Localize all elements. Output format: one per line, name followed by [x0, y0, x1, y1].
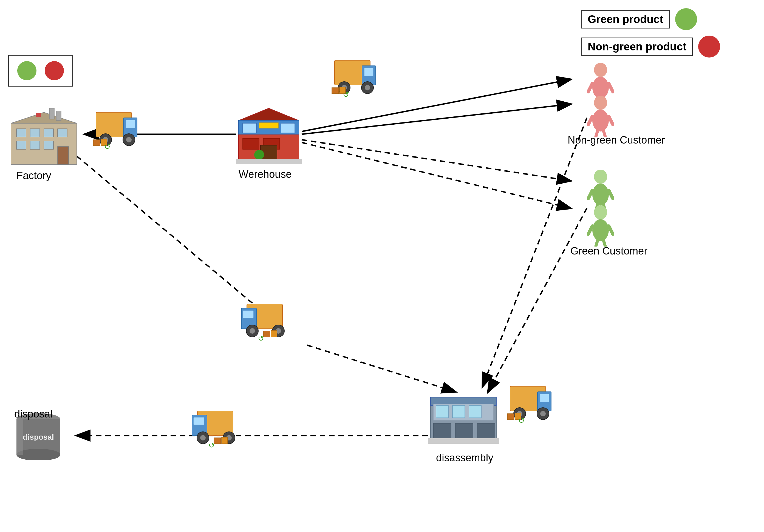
- svg-rect-17: [58, 129, 67, 137]
- green-customer-2-icon: [587, 205, 614, 247]
- svg-rect-19: [30, 141, 40, 149]
- svg-point-84: [250, 328, 255, 334]
- svg-line-6: [302, 142, 570, 208]
- legend: Green product Non-green product: [581, 8, 720, 58]
- svg-marker-13: [11, 112, 77, 123]
- svg-rect-24: [36, 113, 41, 117]
- legend-red-box: Non-green product: [581, 38, 693, 56]
- svg-rect-95: [469, 405, 481, 418]
- disassembly-icon: [428, 383, 499, 444]
- legend-green-label: Green product: [588, 13, 664, 25]
- svg-point-114: [200, 435, 206, 441]
- svg-rect-18: [16, 141, 26, 149]
- svg-rect-20: [44, 141, 54, 149]
- svg-rect-88: [271, 331, 277, 337]
- svg-line-58: [588, 83, 592, 92]
- svg-rect-118: [222, 437, 228, 444]
- svg-rect-15: [30, 129, 40, 137]
- svg-line-77: [609, 226, 613, 234]
- svg-point-68: [594, 170, 607, 184]
- svg-point-74: [594, 205, 607, 219]
- svg-rect-48: [364, 68, 373, 76]
- delivery-truck-top-icon: ↺: [329, 55, 378, 99]
- svg-rect-21: [58, 147, 69, 164]
- svg-rect-112: [193, 417, 204, 425]
- svg-point-69: [592, 184, 609, 205]
- disposal-label: disposal: [14, 408, 52, 420]
- svg-line-65: [609, 116, 613, 125]
- svg-rect-98: [477, 423, 495, 440]
- svg-rect-22: [49, 108, 54, 119]
- svg-marker-36: [239, 108, 299, 121]
- disposal-truck-icon: ↺: [192, 405, 241, 449]
- non-green-customer-2-icon: [587, 96, 614, 137]
- green-customer-label: Green Customer: [570, 245, 648, 257]
- legend-green-item: Green product: [581, 8, 720, 30]
- svg-rect-87: [263, 331, 270, 337]
- svg-point-52: [365, 85, 370, 90]
- svg-text:↺: ↺: [518, 416, 525, 425]
- warehouse-icon: [236, 104, 302, 164]
- legend-green-box: Green product: [581, 10, 670, 29]
- svg-rect-45: [236, 159, 302, 164]
- svg-rect-41: [243, 138, 259, 149]
- svg-text:↺: ↺: [258, 334, 264, 342]
- svg-text:disposal: disposal: [23, 433, 54, 441]
- svg-rect-102: [540, 394, 549, 402]
- svg-line-9: [488, 208, 587, 392]
- svg-text:↺: ↺: [104, 142, 110, 151]
- svg-rect-97: [455, 423, 473, 440]
- svg-line-5: [302, 140, 570, 181]
- collection-truck-middle-icon: ↺: [241, 299, 291, 342]
- svg-rect-27: [125, 120, 135, 128]
- svg-point-62: [594, 96, 607, 110]
- svg-point-57: [592, 77, 609, 99]
- factory-label: Factory: [16, 170, 51, 182]
- svg-text:↺: ↺: [208, 441, 215, 449]
- svg-line-59: [609, 83, 613, 92]
- svg-line-76: [588, 226, 592, 234]
- svg-rect-94: [453, 405, 465, 418]
- legend-green-circle: [675, 8, 697, 30]
- warehouse-label: Werehouse: [239, 169, 292, 180]
- svg-rect-32: [93, 140, 100, 146]
- svg-rect-38: [243, 123, 257, 133]
- svg-line-71: [609, 191, 613, 199]
- svg-rect-99: [428, 438, 499, 444]
- svg-rect-82: [243, 310, 254, 318]
- non-green-customer-label: Non-green Customer: [568, 134, 665, 146]
- svg-point-106: [540, 411, 546, 416]
- svg-rect-117: [214, 438, 221, 444]
- factory-icon: [8, 107, 80, 167]
- svg-point-31: [126, 137, 132, 142]
- svg-point-56: [594, 63, 607, 77]
- small-red-circle: [45, 61, 64, 80]
- factory-truck-icon: ↺: [91, 107, 140, 151]
- svg-rect-23: [56, 111, 61, 121]
- svg-rect-53: [332, 88, 339, 94]
- svg-point-63: [592, 110, 609, 131]
- svg-rect-93: [436, 405, 448, 418]
- small-legend: [8, 55, 73, 86]
- svg-point-75: [592, 219, 609, 241]
- legend-red-item: Non-green product: [581, 36, 720, 58]
- disassembly-label: disassembly: [436, 452, 493, 464]
- svg-rect-40: [259, 123, 278, 128]
- svg-line-64: [588, 116, 592, 125]
- svg-text:↺: ↺: [343, 90, 349, 99]
- small-green-circle: [17, 61, 37, 80]
- legend-non-green-label: Non-green product: [588, 41, 686, 53]
- svg-rect-107: [507, 414, 514, 420]
- svg-rect-14: [16, 129, 26, 137]
- svg-line-4: [302, 104, 570, 134]
- diagram-arrows: [0, 0, 764, 532]
- svg-point-44: [254, 150, 264, 160]
- svg-rect-39: [281, 123, 295, 133]
- svg-rect-123: [16, 419, 23, 455]
- green-customer-1-icon: [587, 170, 614, 211]
- disassembly-truck-icon: ↺: [504, 381, 554, 425]
- legend-red-circle: [698, 36, 720, 58]
- svg-rect-96: [433, 423, 451, 440]
- svg-line-70: [588, 191, 592, 199]
- svg-rect-16: [44, 129, 54, 137]
